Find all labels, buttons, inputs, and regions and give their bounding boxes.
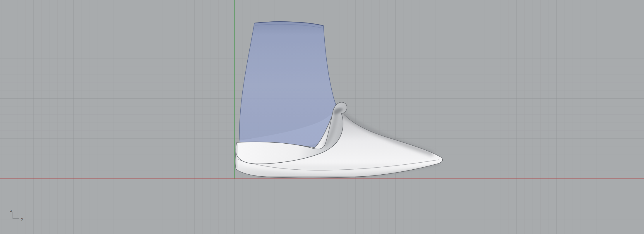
cad-viewport[interactable]: z y	[0, 0, 644, 234]
gizmo-z-label: z	[10, 209, 12, 213]
viewport-canvas[interactable]: z y	[0, 0, 644, 234]
gizmo-y-label: y	[21, 217, 23, 221]
ground-contact-shadow	[258, 177, 366, 177]
